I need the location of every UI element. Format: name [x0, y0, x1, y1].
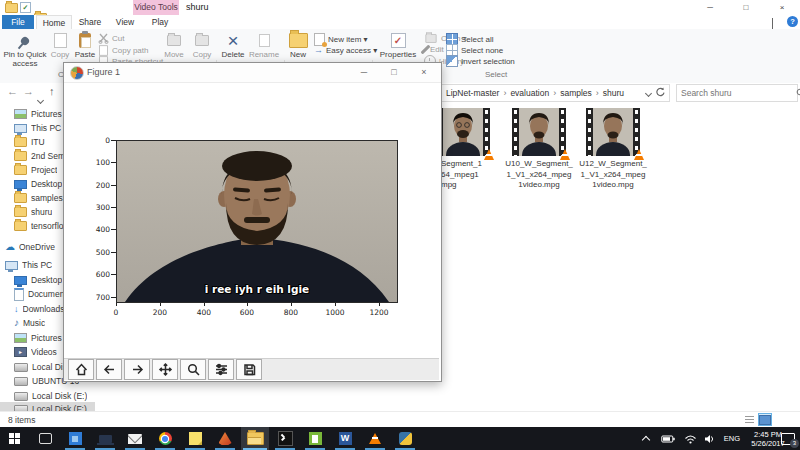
tab-play[interactable]: Play: [144, 15, 176, 29]
taskbar-item-laptop-app[interactable]: [91, 427, 119, 450]
breadcrumb-item[interactable]: samples: [558, 88, 594, 98]
new-folder-icon: [289, 31, 308, 50]
edit-pencil-icon: [421, 45, 431, 55]
easy-access-button[interactable]: → Easy access ▾: [314, 45, 377, 55]
explorer-titlebar[interactable]: ✓ Video Tools shuru ─ □ ×: [0, 0, 800, 15]
pin-to-quick-access-button[interactable]: Pin to Quick access: [2, 31, 48, 68]
taskbar-item-word[interactable]: [331, 427, 359, 450]
chrome-icon: [159, 432, 172, 445]
taskbar-item-mail[interactable]: [121, 427, 149, 450]
video-frame-image: [117, 141, 397, 302]
thumbnails-view-button[interactable]: [758, 413, 772, 426]
up-icon[interactable]: ↑: [49, 83, 55, 100]
copy-to-button[interactable]: Copy: [190, 31, 214, 59]
tab-home[interactable]: Home: [36, 15, 72, 30]
x-tick-label: 1000: [321, 308, 349, 317]
filmstrip-holes: [586, 108, 593, 156]
invert-selection-button[interactable]: Invert selection: [446, 55, 515, 67]
breadcrumb-item[interactable]: LipNet-master: [444, 88, 501, 98]
speaker-icon[interactable]: [700, 427, 720, 450]
address-bar[interactable]: › LipNet-master › evaluation › samples ›…: [436, 84, 670, 102]
zoom-icon[interactable]: [180, 359, 206, 380]
sidebar-item-local-disk-e[interactable]: Local Disk (E:): [0, 389, 95, 403]
taskbar-item-file-explorer[interactable]: [241, 427, 269, 450]
search-box[interactable]: [676, 84, 798, 102]
back-icon[interactable]: ←: [7, 83, 18, 100]
wifi-icon[interactable]: [680, 427, 700, 450]
cut-button[interactable]: Cut: [98, 33, 124, 44]
details-view-button[interactable]: [742, 413, 756, 426]
folder-icon: [14, 165, 27, 175]
language-indicator[interactable]: ENG: [720, 427, 744, 450]
video-thumbnail: [436, 108, 490, 156]
file-explorer-icon: [247, 432, 264, 445]
battery-icon[interactable]: [658, 427, 678, 450]
taskbar-item-sticky-notes[interactable]: [181, 427, 209, 450]
tab-share[interactable]: Share: [72, 15, 108, 29]
folder-icon: [14, 207, 27, 217]
close-button[interactable]: ×: [764, 0, 800, 15]
y-tick-label: 500: [82, 248, 110, 257]
search-input[interactable]: [677, 88, 796, 98]
photos-icon: [69, 432, 82, 445]
paste-button[interactable]: Paste: [72, 31, 98, 59]
y-tick-label: 0: [82, 136, 110, 145]
maximize-button[interactable]: □: [728, 0, 764, 15]
home-icon[interactable]: [68, 359, 94, 380]
taskbar: ENG 2:45 PM 5/26/2017 3: [0, 427, 800, 450]
figure-titlebar[interactable]: Figure 1 ─ □ ×: [64, 63, 441, 83]
figure-maximize-button[interactable]: □: [379, 63, 409, 82]
figure-minimize-button[interactable]: ─: [349, 63, 379, 82]
taskbar-item-photos[interactable]: [61, 427, 89, 450]
notification-icon: 3: [781, 433, 795, 445]
copy-button[interactable]: Copy: [48, 31, 72, 59]
breadcrumb-item[interactable]: shuru: [601, 88, 626, 98]
minimize-button[interactable]: ─: [692, 0, 728, 15]
save-icon[interactable]: [236, 359, 262, 380]
forward-icon[interactable]: →: [23, 83, 34, 100]
forward-icon[interactable]: [124, 359, 150, 380]
tab-file[interactable]: File: [2, 15, 34, 29]
properties-button[interactable]: ✓ Properties: [376, 31, 420, 59]
address-dropdown-chevron-icon[interactable]: [646, 88, 655, 98]
taskbar-item-python[interactable]: [391, 427, 419, 450]
taskbar-item-task-view[interactable]: [31, 427, 59, 450]
move-folder-icon: [167, 31, 181, 50]
action-center-button[interactable]: 3: [776, 427, 800, 450]
delete-button[interactable]: × Delete: [218, 31, 248, 59]
taskbar-item-cmd[interactable]: [271, 427, 299, 450]
new-folder-button[interactable]: New: [286, 31, 310, 59]
back-icon[interactable]: [96, 359, 122, 380]
folder-icon: [14, 193, 27, 203]
move-to-button[interactable]: Move: [160, 31, 188, 59]
disk-icon: [14, 392, 28, 401]
laptop-icon: [99, 435, 112, 443]
video-frame-person: [593, 108, 633, 156]
breadcrumb-item[interactable]: evaluation: [508, 88, 551, 98]
taskbar-item-vlc[interactable]: [361, 427, 389, 450]
y-tick-label: 300: [82, 203, 110, 212]
taskbar-item-notepad[interactable]: [301, 427, 329, 450]
pan-icon[interactable]: [152, 359, 178, 380]
edit-button[interactable]: Edit: [424, 44, 444, 55]
x-tick-label: 200: [146, 308, 174, 317]
figure-close-button[interactable]: ×: [409, 63, 439, 82]
rename-button[interactable]: Rename: [248, 31, 280, 59]
disk-icon: [14, 377, 28, 386]
start-button[interactable]: [0, 427, 28, 450]
qat-folder-icon[interactable]: [5, 3, 18, 13]
invert-selection-icon: [446, 55, 458, 67]
tray-expand-chevron-icon[interactable]: [636, 427, 656, 450]
taskbar-item-chrome[interactable]: [151, 427, 179, 450]
matlab-icon: [219, 432, 232, 445]
qat-properties-icon[interactable]: ✓: [20, 2, 31, 13]
refresh-icon[interactable]: [655, 87, 669, 99]
download-icon: ↓: [14, 305, 19, 314]
tab-view[interactable]: View: [110, 15, 140, 29]
taskbar-item-matlab[interactable]: [211, 427, 239, 450]
help-icon[interactable]: ?: [787, 16, 798, 27]
recent-locations-chevron-icon[interactable]: [38, 89, 43, 107]
video-thumbnail: [586, 108, 640, 156]
pin-icon: [21, 31, 29, 50]
subplots-icon[interactable]: [208, 359, 234, 380]
